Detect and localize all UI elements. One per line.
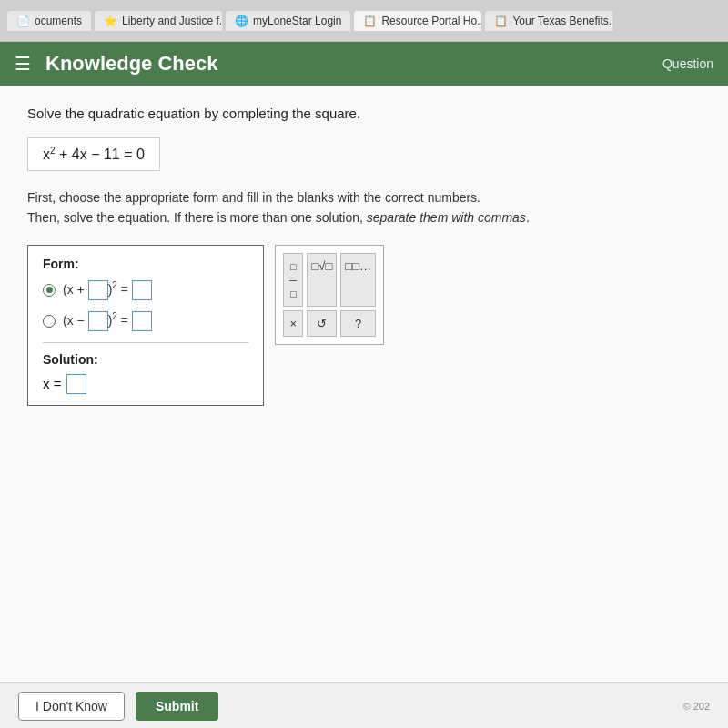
- tab-mylonestar[interactable]: 🌐 myLoneStar Login: [226, 11, 350, 31]
- input-minus-left[interactable]: [88, 311, 108, 331]
- option2-expr: (x − )2 =: [63, 311, 152, 331]
- tab-liberty-icon: ⭐: [104, 15, 117, 27]
- radio-option-minus[interactable]: (x − )2 =: [43, 311, 248, 331]
- tab-resource-portal-label: Resource Portal Ho...: [381, 15, 481, 27]
- equation-display: x2 + 4x − 11 = 0: [27, 137, 160, 171]
- main-content: Solve the quadratic equation by completi…: [0, 86, 728, 686]
- input-plus-right[interactable]: [132, 280, 152, 300]
- page-header: ☰ Knowledge Check Question: [0, 42, 728, 86]
- help-icon: ?: [355, 317, 361, 330]
- sqrt-button[interactable]: □√□: [307, 253, 337, 307]
- multiply-icon: ×: [289, 317, 297, 330]
- equation-text: x2 + 4x − 11 = 0: [43, 147, 145, 162]
- solution-label: Solution:: [43, 352, 248, 367]
- tab-liberty-label: Liberty and Justice f...: [122, 15, 222, 27]
- solution-row: x =: [43, 374, 248, 394]
- tab-texas-benefits[interactable]: 📋 Your Texas Benefits...: [485, 11, 612, 31]
- radio-option-plus[interactable]: (x + )2 =: [43, 280, 248, 300]
- math-toolbar: □─□ □√□ □□… × ↺ ?: [275, 245, 384, 345]
- multiply-button[interactable]: ×: [283, 310, 303, 337]
- fraction-icon: □─□: [289, 261, 297, 299]
- mixed-icon: □□…: [345, 259, 371, 273]
- radio-minus-circle[interactable]: [43, 315, 56, 328]
- instructions-line1: First, choose the appropriate form and f…: [27, 190, 480, 205]
- tab-texas-benefits-icon: 📋: [494, 15, 508, 27]
- input-plus-left[interactable]: [88, 280, 108, 300]
- tab-texas-benefits-label: Your Texas Benefits...: [512, 15, 612, 27]
- mixed-button[interactable]: □□…: [340, 253, 376, 307]
- form-label: Form:: [43, 257, 248, 271]
- undo-icon: ↺: [317, 317, 327, 330]
- form-solution-area: Form: (x + )2 = (x − )2 = Solution:: [27, 245, 701, 406]
- idontknow-button[interactable]: I Don't Know: [18, 692, 125, 721]
- form-solution-box: Form: (x + )2 = (x − )2 = Solution:: [27, 245, 264, 406]
- tab-documents-label: ocuments: [35, 15, 82, 27]
- copyright-text: © 202: [682, 701, 710, 712]
- tab-documents[interactable]: 📄 ocuments: [7, 11, 91, 31]
- tab-liberty[interactable]: ⭐ Liberty and Justice f...: [95, 11, 222, 31]
- help-button[interactable]: ?: [340, 310, 376, 337]
- tab-documents-icon: 📄: [16, 15, 30, 27]
- question-label: Question: [662, 56, 713, 71]
- browser-tabs-bar: 📄 ocuments ⭐ Liberty and Justice f... 🌐 …: [0, 0, 728, 42]
- form-solution-divider: [43, 342, 248, 343]
- tab-mylonestar-icon: 🌐: [235, 15, 248, 27]
- input-minus-right[interactable]: [132, 311, 152, 331]
- instructions: First, choose the appropriate form and f…: [27, 187, 701, 228]
- submit-button[interactable]: Submit: [136, 692, 218, 721]
- tab-resource-portal-icon: 📋: [363, 15, 377, 27]
- undo-button[interactable]: ↺: [307, 310, 337, 337]
- solution-input[interactable]: [66, 374, 86, 394]
- option1-expr: (x + )2 =: [63, 280, 152, 300]
- solution-x-label: x =: [43, 376, 61, 391]
- fraction-button[interactable]: □─□: [283, 253, 303, 307]
- radio-plus-circle[interactable]: [43, 284, 56, 297]
- bottom-bar: I Don't Know Submit © 202: [0, 682, 728, 728]
- instructions-line2: Then, solve the equation. If there is mo…: [27, 210, 530, 225]
- tab-resource-portal[interactable]: 📋 Resource Portal Ho...: [354, 11, 481, 31]
- page-title: Knowledge Check: [46, 52, 217, 76]
- sqrt-icon: □√□: [311, 259, 332, 273]
- question-prompt: Solve the quadratic equation by completi…: [27, 104, 701, 125]
- hamburger-icon[interactable]: ☰: [15, 53, 31, 75]
- tab-mylonestar-label: myLoneStar Login: [253, 15, 341, 27]
